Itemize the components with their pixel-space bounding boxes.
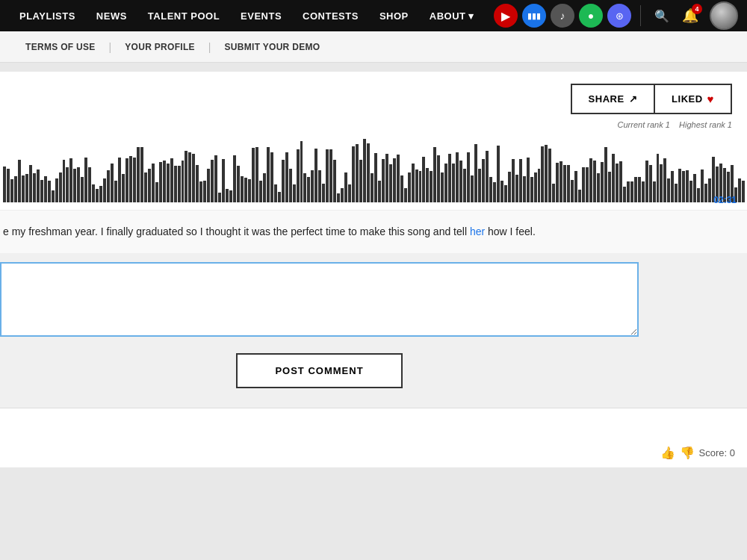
music-icon[interactable]: ♪ xyxy=(551,4,574,28)
sub-navigation: TERMS OF USE | YOUR PROFILE | SUBMIT YOU… xyxy=(0,31,747,63)
nav-news[interactable]: NEWS xyxy=(86,0,137,31)
terms-of-use-link[interactable]: TERMS OF USE xyxy=(12,42,109,52)
current-rank: Current rank 1 xyxy=(618,120,670,129)
nav-talent-pool[interactable]: TALENT POOL xyxy=(137,0,230,31)
your-profile-link[interactable]: YOUR PROFILE xyxy=(111,42,208,52)
highest-rank: Highest rank 1 xyxy=(679,120,732,129)
share-button[interactable]: SHARE ↗ xyxy=(571,84,656,114)
waveform[interactable]: 02:31 xyxy=(0,135,747,210)
nav-separator xyxy=(640,5,641,26)
notification-bell-icon[interactable]: 🔔 4 xyxy=(678,4,702,28)
social-icons: ▶ ▮▮▮ ♪ ● ⊛ 🔍 🔔 4 xyxy=(494,1,738,30)
nav-contests[interactable]: CONTESTS xyxy=(292,0,369,31)
search-icon[interactable]: 🔍 xyxy=(650,4,674,28)
main-content: SHARE ↗ LIKED ♥ Current rank 1 Highest r… xyxy=(0,72,747,467)
comment-input[interactable] xyxy=(0,262,639,337)
avatar-image xyxy=(711,3,737,28)
discord-icon[interactable]: ⊛ xyxy=(607,4,631,28)
submit-demo-link[interactable]: SUBMIT YOUR DEMO xyxy=(211,42,334,52)
comment-input-wrapper xyxy=(0,262,747,337)
spotify-icon[interactable]: ● xyxy=(579,4,603,28)
share-icon: ↗ xyxy=(629,93,638,105)
nav-events[interactable]: EVENTS xyxy=(230,0,292,31)
nav-shop[interactable]: SHOP xyxy=(369,0,419,31)
comment-section: POST COMMENT 👍 👎 Score: 0 xyxy=(0,253,747,467)
youtube-icon[interactable]: ▶ xyxy=(494,4,518,28)
nav-about[interactable]: ABOUT ▾ xyxy=(419,0,485,31)
notification-badge: 4 xyxy=(692,4,702,14)
nav-playlists[interactable]: PLAYLISTS xyxy=(9,0,86,31)
score-display: Score: 0 xyxy=(699,447,735,458)
post-comment-button[interactable]: POST COMMENT xyxy=(236,353,402,388)
chevron-down-icon: ▾ xyxy=(468,10,474,22)
liked-label: LIKED xyxy=(672,93,703,105)
player-top-bar: SHARE ↗ LIKED ♥ xyxy=(0,72,747,120)
post-button-row: POST COMMENT xyxy=(0,337,747,405)
thumbs-up-icon[interactable]: 👍 xyxy=(660,446,675,460)
rank-info: Current rank 1 Highest rank 1 xyxy=(0,120,747,135)
description-text: e my freshman year. I finally graduated … xyxy=(0,210,747,253)
liked-button[interactable]: LIKED ♥ xyxy=(654,84,732,114)
waveform-bars xyxy=(0,135,747,202)
nav-links: PLAYLISTS NEWS TALENT POOL EVENTS CONTES… xyxy=(9,0,488,31)
heart-icon: ♥ xyxy=(707,93,714,105)
share-label: SHARE xyxy=(589,93,624,105)
avatar[interactable] xyxy=(710,1,738,30)
comment-actions: 👍 👎 Score: 0 xyxy=(660,446,735,460)
bars-icon[interactable]: ▮▮▮ xyxy=(522,4,546,28)
time-display: 02:31 xyxy=(713,195,737,205)
thumbs-down-icon[interactable]: 👎 xyxy=(680,446,695,460)
comment-card: 👍 👎 Score: 0 xyxy=(0,408,747,467)
top-navigation: PLAYLISTS NEWS TALENT POOL EVENTS CONTES… xyxy=(0,0,747,31)
player-card: SHARE ↗ LIKED ♥ Current rank 1 Highest r… xyxy=(0,72,747,210)
